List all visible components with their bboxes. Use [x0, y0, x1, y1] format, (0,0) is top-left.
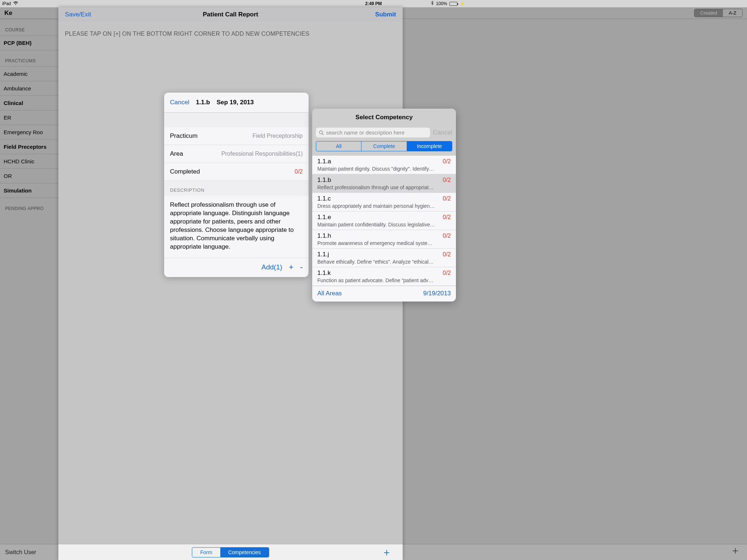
competency-item[interactable]: 1.1.e0/2Maintain patient confidentiality…	[312, 211, 456, 230]
competency-desc: Function as patient advocate. Define “pa…	[317, 277, 451, 283]
battery-icon	[449, 2, 457, 6]
submit-button[interactable]: Submit	[375, 11, 396, 18]
competency-code: 1.1.k	[317, 269, 331, 277]
date-button[interactable]: 9/19/2013	[423, 290, 451, 297]
detail-date: Sep 19, 2013	[217, 99, 254, 106]
filter-segment[interactable]: AllCompleteIncomplete	[316, 141, 452, 151]
competency-item[interactable]: 1.1.c0/2Dress appropriately and maintain…	[312, 193, 456, 211]
competency-ratio: 0/2	[443, 158, 451, 165]
device-label: iPad	[2, 1, 11, 6]
competency-desc: Maintain patient confidentiality. Discus…	[317, 222, 451, 228]
detail-row-value: Professional Responsibilities(1)	[221, 151, 303, 157]
sheet-title: Patient Call Report	[203, 11, 258, 18]
filter-all[interactable]: All	[316, 141, 361, 151]
hint-text: PLEASE TAP ON [+] ON THE BOTTOM RIGHT CO…	[58, 22, 403, 46]
detail-row[interactable]: Completed0/2	[164, 163, 309, 181]
competency-detail-popover: Cancel 1.1.b Sep 19, 2013 PracticumField…	[164, 93, 309, 277]
search-placeholder: search name or description here	[326, 129, 405, 136]
search-cancel-button[interactable]: Cancel	[433, 129, 452, 136]
competency-ratio: 0/2	[443, 214, 451, 221]
search-input[interactable]: search name or description here	[316, 128, 430, 137]
detail-row-key: Completed	[170, 168, 200, 175]
competency-ratio: 0/2	[443, 177, 451, 183]
competency-ratio: 0/2	[443, 270, 451, 276]
detail-row-key: Practicum	[170, 132, 198, 140]
competency-item[interactable]: 1.1.b0/2Reflect professionalism through …	[312, 174, 456, 193]
competency-code: 1.1.h	[317, 232, 331, 240]
filter-incomplete[interactable]: Incomplete	[407, 141, 452, 151]
competency-code: 1.1.c	[317, 195, 331, 202]
add-count-button[interactable]: Add(1)	[262, 263, 282, 271]
competency-desc: Promote awareness of emergency medical s…	[317, 240, 451, 246]
detail-cancel-button[interactable]: Cancel	[170, 99, 189, 106]
competency-code: 1.1.j	[317, 251, 329, 258]
competency-desc: Maintain patient dignity. Discuss "digni…	[317, 166, 451, 172]
search-icon	[319, 130, 324, 135]
competency-ratio: 0/2	[443, 251, 451, 258]
bluetooth-icon	[431, 1, 434, 7]
detail-row-key: Area	[170, 150, 183, 158]
competency-list[interactable]: 1.1.a0/2Maintain patient dignity. Discus…	[312, 156, 456, 286]
competency-desc: Dress appropriately and maintain persona…	[317, 203, 451, 209]
save-exit-button[interactable]: Save/Exit	[65, 11, 91, 18]
detail-row-value: Field Preceptorship	[252, 133, 303, 139]
detail-code: 1.1.b	[196, 99, 210, 106]
increment-button[interactable]: +	[289, 262, 294, 272]
competency-desc: Behave ethically. Define “ethics”. Analy…	[317, 259, 451, 265]
filter-complete[interactable]: Complete	[361, 141, 407, 151]
description-text: Reflect professionalism through use of a…	[164, 196, 309, 258]
competency-item[interactable]: 1.1.h0/2Promote awareness of emergency m…	[312, 230, 456, 249]
select-competency-popover: Select Competency search name or descrip…	[312, 109, 456, 302]
detail-row-value: 0/2	[295, 168, 303, 175]
competency-code: 1.1.e	[317, 214, 331, 221]
competency-code: 1.1.b	[317, 176, 331, 184]
svg-line-1	[322, 133, 324, 135]
areas-button[interactable]: All Areas	[317, 290, 342, 297]
competency-item[interactable]: 1.1.a0/2Maintain patient dignity. Discus…	[312, 156, 456, 174]
select-title: Select Competency	[312, 109, 456, 125]
competency-item[interactable]: 1.1.k0/2Function as patient advocate. De…	[312, 267, 456, 286]
svg-point-0	[320, 131, 323, 134]
decrement-button[interactable]: -	[300, 262, 303, 272]
competency-ratio: 0/2	[443, 195, 451, 202]
status-bar: iPad 2:49 PM 100% ⚡	[0, 0, 467, 7]
competency-desc: Reflect professionalism through use of a…	[317, 184, 451, 190]
wifi-icon	[13, 1, 18, 6]
battery-percent: 100%	[436, 1, 447, 6]
competency-code: 1.1.a	[317, 158, 331, 165]
competency-ratio: 0/2	[443, 233, 451, 239]
detail-row[interactable]: AreaProfessional Responsibilities(1)	[164, 145, 309, 163]
description-label: DESCRIPTION	[164, 181, 309, 196]
charging-icon: ⚡	[460, 1, 465, 6]
competency-item[interactable]: 1.1.j0/2Behave ethically. Define “ethics…	[312, 249, 456, 267]
clock: 2:49 PM	[365, 1, 382, 6]
detail-row[interactable]: PracticumField Preceptorship	[164, 127, 309, 145]
